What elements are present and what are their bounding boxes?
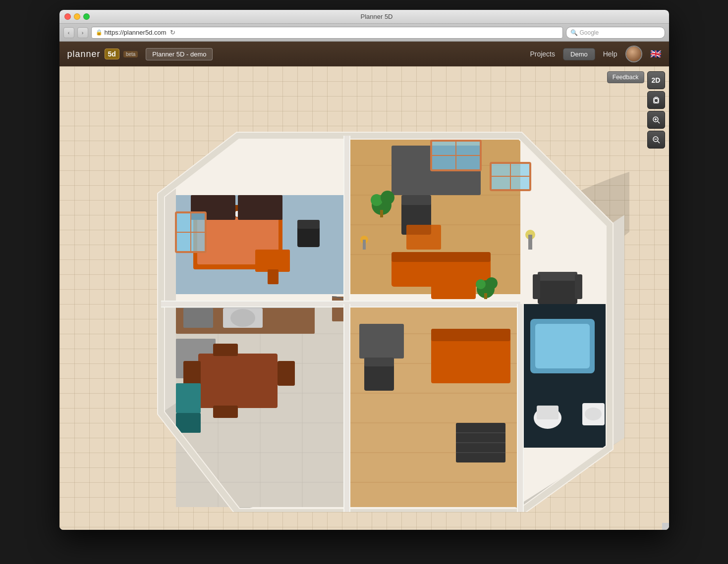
demo-button[interactable]: Demo: [563, 48, 595, 60]
svg-rect-71: [380, 210, 383, 217]
url-text: https://planner5d.com: [105, 29, 167, 36]
scrollbar-corner: [662, 523, 669, 530]
svg-rect-114: [535, 324, 590, 368]
svg-line-3: [658, 121, 660, 123]
tool-camera-button[interactable]: [647, 91, 665, 109]
svg-point-0: [654, 99, 658, 103]
svg-rect-84: [431, 269, 476, 299]
svg-rect-54: [297, 220, 320, 229]
svg-rect-55: [255, 250, 290, 272]
svg-rect-116: [537, 406, 559, 419]
svg-rect-120: [363, 240, 366, 250]
floorplan-3d-view: [84, 76, 629, 512]
svg-rect-95: [213, 344, 238, 356]
ssl-icon: 🔒: [96, 29, 103, 36]
svg-rect-83: [575, 274, 582, 299]
right-toolbar: 2D: [647, 71, 665, 149]
logo-text: planner: [67, 49, 101, 59]
floorplan-container[interactable]: [59, 66, 669, 530]
logo-area: planner 5d beta: [67, 49, 138, 59]
svg-rect-108: [431, 329, 510, 341]
address-bar: ‹ › 🔒 https://planner5d.com ↻ 🔍 Google: [59, 24, 669, 42]
svg-rect-56: [268, 269, 279, 284]
window-title: Planner 5D: [90, 13, 664, 20]
tool-zoom-out-button[interactable]: [647, 131, 665, 149]
beta-badge: beta: [123, 51, 138, 57]
svg-rect-73: [392, 252, 491, 262]
refresh-button[interactable]: ↻: [168, 28, 177, 37]
svg-point-78: [486, 277, 498, 289]
svg-rect-102: [176, 413, 201, 433]
svg-rect-101: [176, 383, 201, 413]
svg-rect-94: [278, 361, 295, 386]
svg-rect-81: [538, 272, 577, 281]
svg-rect-121: [406, 225, 441, 250]
project-name[interactable]: Planner 5D - demo: [146, 48, 213, 60]
svg-line-7: [658, 141, 660, 143]
svg-point-88: [230, 309, 255, 327]
svg-rect-106: [364, 358, 394, 366]
svg-rect-93: [183, 361, 201, 386]
svg-rect-82: [533, 274, 540, 299]
logo-5d: 5d: [105, 49, 119, 59]
minimize-button[interactable]: [74, 13, 80, 20]
svg-rect-92: [198, 354, 278, 408]
close-button[interactable]: [64, 13, 71, 20]
maximize-button[interactable]: [83, 13, 90, 20]
url-bar[interactable]: 🔒 https://planner5d.com ↻: [91, 27, 563, 39]
back-button[interactable]: ‹: [63, 27, 74, 38]
svg-rect-75: [528, 235, 532, 250]
window-controls: [64, 13, 90, 20]
browser-window: Planner 5D ‹ › 🔒 https://planner5d.com ↻…: [59, 10, 669, 530]
floor-plan-group: [161, 136, 624, 512]
feedback-button[interactable]: Feedback: [607, 71, 644, 83]
main-content: Feedback 2D: [59, 66, 669, 530]
avatar[interactable]: [625, 46, 642, 62]
tool-2d-button[interactable]: 2D: [647, 71, 665, 89]
svg-point-69: [371, 194, 383, 206]
svg-point-118: [585, 408, 602, 420]
svg-rect-96: [213, 406, 238, 418]
title-bar: Planner 5D: [59, 10, 669, 24]
nav-help[interactable]: Help: [603, 50, 617, 58]
search-bar[interactable]: 🔍 Google: [566, 27, 665, 39]
tool-zoom-in-button[interactable]: [647, 111, 665, 129]
nav-projects[interactable]: Projects: [530, 50, 555, 58]
search-icon: 🔍: [570, 29, 578, 36]
svg-rect-52: [238, 195, 282, 220]
svg-point-70: [381, 191, 394, 205]
app-header: planner 5d beta Planner 5D - demo Projec…: [59, 42, 669, 66]
search-placeholder: Google: [580, 29, 599, 36]
svg-rect-104: [359, 324, 404, 359]
svg-rect-89: [183, 308, 213, 328]
svg-point-77: [476, 279, 486, 289]
avatar-image: [626, 47, 641, 61]
svg-rect-59: [401, 195, 431, 205]
language-flag[interactable]: 🇬🇧: [650, 49, 661, 59]
forward-button[interactable]: ›: [77, 27, 88, 38]
svg-rect-79: [484, 293, 487, 299]
